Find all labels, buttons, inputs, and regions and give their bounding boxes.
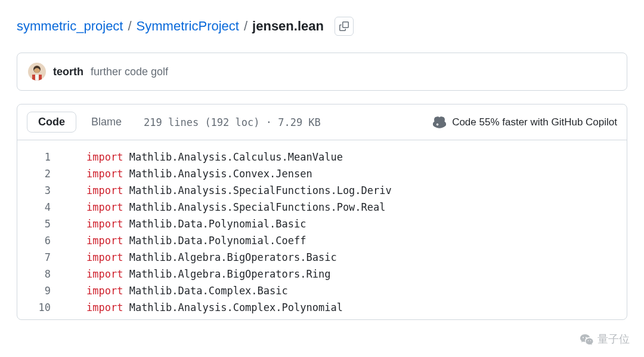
view-tabs: Code Blame bbox=[27, 112, 133, 133]
line-number[interactable]: 5 bbox=[17, 216, 67, 232]
copy-icon bbox=[339, 21, 349, 31]
copilot-icon bbox=[433, 116, 446, 129]
code-area: 1import Mathlib.Analysis.Calculus.MeanVa… bbox=[17, 140, 627, 319]
code-line: 5import Mathlib.Data.Polynomial.Basic bbox=[17, 216, 627, 232]
line-number[interactable]: 4 bbox=[17, 199, 67, 216]
copilot-promo[interactable]: Code 55% faster with GitHub Copilot bbox=[433, 116, 617, 129]
code-content[interactable]: import Mathlib.Data.Polynomial.Basic bbox=[67, 216, 306, 232]
commit-author[interactable]: teorth bbox=[53, 66, 83, 78]
avatar[interactable] bbox=[28, 63, 46, 81]
line-number[interactable]: 10 bbox=[17, 299, 67, 316]
line-number[interactable]: 3 bbox=[17, 182, 67, 199]
code-line: 1import Mathlib.Analysis.Calculus.MeanVa… bbox=[17, 149, 627, 165]
line-number[interactable]: 7 bbox=[17, 249, 67, 266]
tab-blame[interactable]: Blame bbox=[80, 112, 133, 133]
copy-path-button[interactable] bbox=[335, 17, 354, 36]
code-line: 9import Mathlib.Data.Complex.Basic bbox=[17, 282, 627, 299]
code-content[interactable]: import Mathlib.Algebra.BigOperators.Ring bbox=[67, 266, 330, 282]
code-content[interactable]: import Mathlib.Analysis.SpecialFunctions… bbox=[67, 182, 392, 199]
svg-rect-5 bbox=[35, 75, 39, 81]
code-content[interactable]: import Mathlib.Data.Polynomial.Coeff bbox=[67, 232, 306, 249]
line-number[interactable]: 1 bbox=[17, 149, 67, 165]
code-content[interactable]: import Mathlib.Data.Complex.Basic bbox=[67, 282, 288, 299]
breadcrumb-current-file: jensen.lean bbox=[252, 19, 324, 34]
commit-message[interactable]: further code golf bbox=[91, 66, 168, 78]
file-header: Code Blame 219 lines (192 loc) · 7.29 KB… bbox=[17, 104, 627, 140]
latest-commit-bar[interactable]: teorth further code golf bbox=[17, 53, 627, 91]
code-content[interactable]: import Mathlib.Algebra.BigOperators.Basi… bbox=[67, 249, 337, 266]
code-content[interactable]: import Mathlib.Analysis.Convex.Jensen bbox=[67, 165, 312, 182]
breadcrumb-separator: / bbox=[128, 19, 131, 34]
code-line: 8import Mathlib.Algebra.BigOperators.Rin… bbox=[17, 266, 627, 282]
line-number[interactable]: 8 bbox=[17, 266, 67, 282]
code-line: 10import Mathlib.Analysis.Complex.Polyno… bbox=[17, 299, 627, 316]
watermark-text: 量子位 bbox=[597, 332, 630, 346]
breadcrumb-root-link[interactable]: symmetric_project bbox=[17, 19, 123, 34]
code-line: 7import Mathlib.Algebra.BigOperators.Bas… bbox=[17, 249, 627, 266]
code-content[interactable]: import Mathlib.Analysis.Complex.Polynomi… bbox=[67, 299, 343, 316]
file-view-box: Code Blame 219 lines (192 loc) · 7.29 KB… bbox=[17, 104, 627, 320]
line-number[interactable]: 9 bbox=[17, 282, 67, 299]
line-number[interactable]: 6 bbox=[17, 232, 67, 249]
line-number[interactable]: 2 bbox=[17, 165, 67, 182]
code-content[interactable]: import Mathlib.Analysis.SpecialFunctions… bbox=[67, 199, 386, 216]
watermark: 量子位 bbox=[580, 332, 630, 346]
breadcrumb: symmetric_project / SymmetricProject / j… bbox=[0, 0, 644, 42]
wechat-icon bbox=[580, 333, 594, 345]
code-line: 2import Mathlib.Analysis.Convex.Jensen bbox=[17, 165, 627, 182]
breadcrumb-separator: / bbox=[244, 19, 247, 34]
code-content[interactable]: import Mathlib.Analysis.Calculus.MeanVal… bbox=[67, 149, 343, 165]
copilot-promo-text: Code 55% faster with GitHub Copilot bbox=[452, 116, 617, 128]
svg-point-3 bbox=[34, 68, 40, 73]
breadcrumb-folder-link[interactable]: SymmetricProject bbox=[137, 19, 239, 34]
code-line: 6import Mathlib.Data.Polynomial.Coeff bbox=[17, 232, 627, 249]
code-line: 4import Mathlib.Analysis.SpecialFunction… bbox=[17, 199, 627, 216]
code-line: 3import Mathlib.Analysis.SpecialFunction… bbox=[17, 182, 627, 199]
file-meta: 219 lines (192 loc) · 7.29 KB bbox=[144, 116, 321, 128]
tab-code[interactable]: Code bbox=[27, 112, 76, 133]
